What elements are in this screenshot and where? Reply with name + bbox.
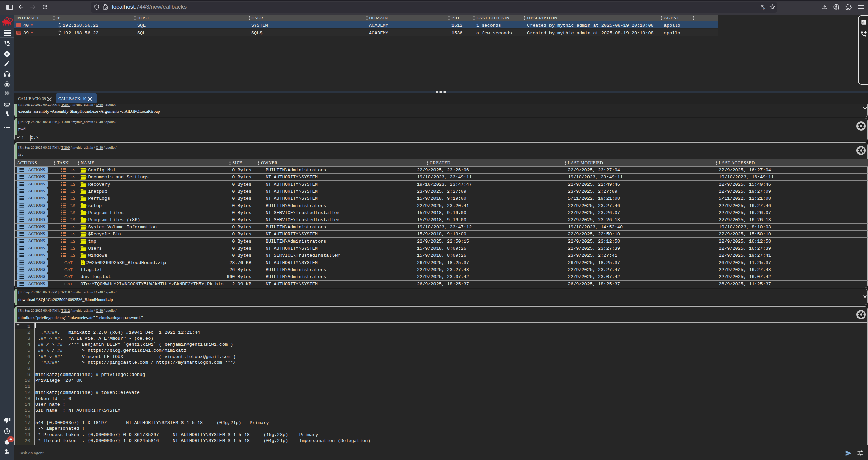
- svg-text:A: A: [763, 7, 765, 11]
